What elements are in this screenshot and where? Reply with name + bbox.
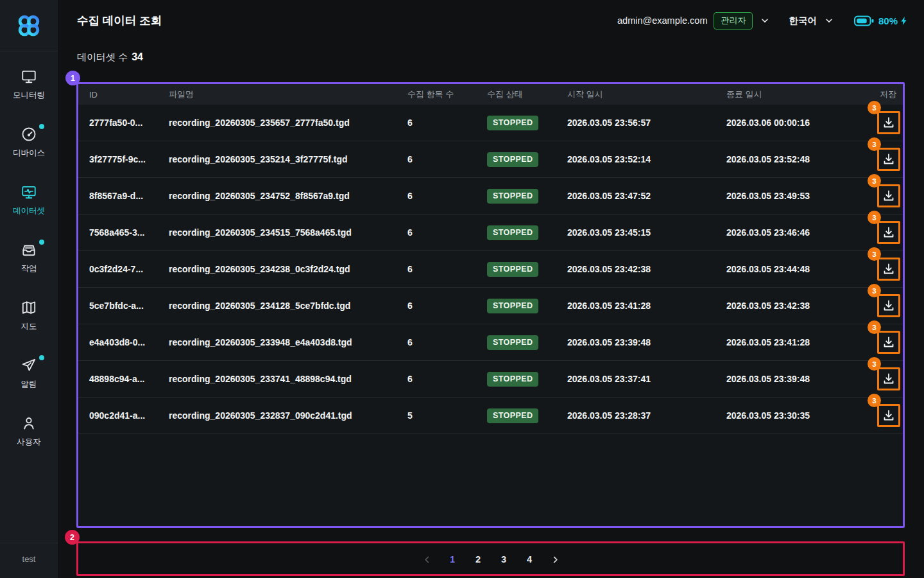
download-button[interactable]: [877, 367, 900, 390]
cell-item-count: 6: [407, 227, 487, 238]
dataset-count-value: 34: [132, 51, 143, 62]
dataset-count: 데이터셋 수34: [77, 51, 143, 64]
table-row[interactable]: 8f8567a9-d... recording_20260305_234752_…: [78, 178, 903, 215]
sidebar-item-label: 알림: [21, 379, 37, 390]
download-button[interactable]: [877, 111, 900, 134]
cell-item-count: 6: [407, 337, 487, 347]
cell-start-datetime: 2026.03.05 23:45:15: [567, 227, 726, 238]
sidebar-item-label: 지도: [21, 321, 37, 332]
pagination-page-2[interactable]: 2: [471, 550, 486, 569]
column-header: 저장: [874, 89, 903, 100]
sidebar-item-label: 사용자: [17, 437, 41, 448]
cell-end-datetime: 2026.03.05 23:49:53: [726, 191, 874, 201]
tasks-icon: [20, 241, 38, 259]
table-row[interactable]: e4a403d8-0... recording_20260305_233948_…: [78, 324, 903, 361]
cell-start-datetime: 2026.03.05 23:42:38: [567, 264, 726, 274]
header-right: admin@example.com 관리자 한국어 80%: [617, 12, 907, 30]
language-selector[interactable]: 한국어: [789, 15, 817, 27]
cell-end-datetime: 2026.03.05 23:44:48: [726, 264, 874, 274]
table-row[interactable]: 3f27775f-9c... recording_20260305_235214…: [78, 141, 903, 178]
download-button[interactable]: [877, 294, 900, 317]
cell-start-datetime: 2026.03.05 23:41:28: [567, 301, 726, 311]
pagination-page-4[interactable]: 4: [522, 550, 537, 569]
table-body: 2777fa50-0... recording_20260305_235657_…: [78, 105, 903, 434]
status-badge: STOPPED: [487, 152, 538, 167]
column-header: 시작 일시: [567, 89, 726, 100]
cell-end-datetime: 2026.03.05 23:42:38: [726, 301, 874, 311]
download-button[interactable]: [877, 258, 900, 281]
status-badge: STOPPED: [487, 372, 538, 387]
column-header: 파일명: [169, 89, 407, 100]
sidebar-item-label: 모니터링: [13, 90, 45, 101]
som-badge-2: 2: [65, 530, 80, 545]
user-email: admin@example.com: [617, 15, 707, 26]
dataset-icon: [20, 183, 38, 201]
cell-item-count: 6: [407, 191, 487, 201]
sidebar-item-monitoring[interactable]: 모니터링: [0, 55, 58, 113]
knot-logo-icon: [15, 12, 42, 39]
sidebar-footer-label[interactable]: test: [0, 554, 58, 564]
cell-item-count: 6: [407, 118, 487, 128]
cell-filename: recording_20260305_234238_0c3f2d24.tgd: [169, 264, 407, 274]
cell-start-datetime: 2026.03.05 23:56:57: [567, 118, 726, 128]
cell-start-datetime: 2026.03.05 23:52:14: [567, 154, 726, 164]
sidebar-item-users[interactable]: 사용자: [0, 402, 58, 460]
role-badge: 관리자: [714, 12, 753, 30]
page-title: 수집 데이터 조회: [77, 13, 162, 28]
app-logo[interactable]: [0, 0, 58, 51]
sidebar-item-label: 디바이스: [13, 148, 45, 159]
status-badge: STOPPED: [487, 225, 538, 240]
cell-filename: recording_20260305_235214_3f27775f.tgd: [169, 154, 407, 164]
status-badge: STOPPED: [487, 189, 538, 204]
user-icon: [20, 414, 38, 432]
pagination-page-3[interactable]: 3: [497, 550, 511, 569]
column-header: 수집 항목 수: [407, 89, 487, 100]
download-button[interactable]: [877, 404, 900, 427]
cell-filename: recording_20260305_234515_7568a465.tgd: [169, 227, 407, 238]
cell-start-datetime: 2026.03.05 23:28:37: [567, 410, 726, 421]
status-badge: STOPPED: [487, 408, 538, 423]
cell-id: 3f27775f-9c...: [89, 154, 169, 164]
sidebar-item-tasks[interactable]: 작업: [0, 229, 58, 286]
status-badge: STOPPED: [487, 335, 538, 350]
som-badge-1: 1: [65, 71, 80, 85]
cell-end-datetime: 2026.03.06 00:00:16: [726, 118, 874, 128]
download-button[interactable]: [877, 331, 900, 354]
sidebar: 모니터링 디바이스 데이터셋 작업 지도 알림 사용자 test: [0, 0, 58, 578]
download-button[interactable]: [877, 148, 900, 171]
chevron-down-icon[interactable]: [825, 16, 834, 25]
cell-id: 0c3f2d24-7...: [89, 264, 169, 274]
download-button[interactable]: [877, 221, 900, 244]
battery-percent: 80%: [878, 15, 898, 26]
cell-end-datetime: 2026.03.05 23:52:48: [726, 154, 874, 164]
sidebar-item-label: 작업: [21, 263, 37, 274]
cell-filename: recording_20260305_233741_48898c94.tgd: [169, 374, 407, 384]
table-row[interactable]: 48898c94-a... recording_20260305_233741_…: [78, 361, 903, 398]
download-button[interactable]: [877, 184, 900, 207]
cell-item-count: 6: [407, 301, 487, 311]
table-row[interactable]: 090c2d41-a... recording_20260305_232837_…: [78, 398, 903, 434]
table-row[interactable]: 7568a465-3... recording_20260305_234515_…: [78, 215, 903, 251]
sidebar-item-map[interactable]: 지도: [0, 286, 58, 344]
cell-id: 7568a465-3...: [89, 227, 169, 238]
cell-end-datetime: 2026.03.05 23:41:28: [726, 337, 874, 347]
table-row[interactable]: 0c3f2d24-7... recording_20260305_234238_…: [78, 251, 903, 288]
send-icon: [20, 356, 38, 374]
pagination-page-1[interactable]: 1: [445, 550, 460, 569]
table-row[interactable]: 5ce7bfdc-a... recording_20260305_234128_…: [78, 288, 903, 324]
cell-filename: recording_20260305_232837_090c2d41.tgd: [169, 410, 407, 421]
chevron-down-icon[interactable]: [760, 16, 769, 25]
sidebar-item-datasets[interactable]: 데이터셋: [0, 171, 58, 229]
table-row[interactable]: 2777fa50-0... recording_20260305_235657_…: [78, 105, 903, 141]
cell-filename: recording_20260305_233948_e4a403d8.tgd: [169, 337, 407, 347]
cell-start-datetime: 2026.03.05 23:47:52: [567, 191, 726, 201]
sidebar-item-devices[interactable]: 디바이스: [0, 113, 58, 171]
pagination-prev-button[interactable]: [420, 550, 434, 569]
cell-filename: recording_20260305_235657_2777fa50.tgd: [169, 118, 407, 128]
cell-filename: recording_20260305_234752_8f8567a9.tgd: [169, 191, 407, 201]
cell-item-count: 6: [407, 374, 487, 384]
cell-start-datetime: 2026.03.05 23:39:48: [567, 337, 726, 347]
pagination-next-button[interactable]: [548, 550, 563, 569]
sidebar-divider: [0, 543, 58, 543]
sidebar-item-notifications[interactable]: 알림: [0, 344, 58, 402]
